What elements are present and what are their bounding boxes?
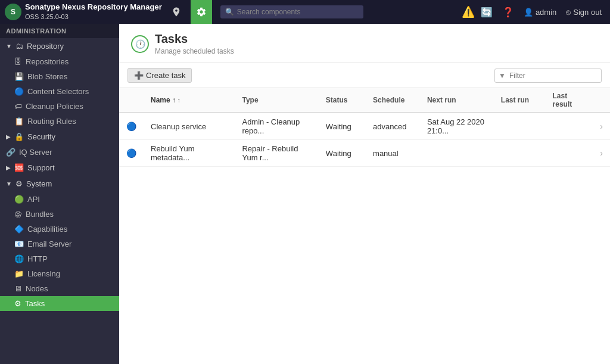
- sidebar-item-nodes[interactable]: 🖥 Nodes: [0, 281, 119, 296]
- sidebar-item-capabilities-label: Capabilities: [27, 225, 67, 234]
- sidebar-group-support[interactable]: ▶ 🆘 Support: [0, 160, 119, 176]
- nav-browse-icon[interactable]: [166, 0, 187, 24]
- create-task-label: Create task: [146, 71, 185, 80]
- help-icon[interactable]: ❓: [499, 4, 518, 20]
- capabilities-icon: 🔷: [14, 225, 24, 234]
- topbar: S Sonatype Nexus Repository Manager OSS …: [0, 0, 610, 24]
- tasks-table: Name ↑ Type Status Schedule Next run Las…: [119, 88, 610, 167]
- sidebar-item-bundles-label: Bundles: [26, 210, 54, 219]
- sidebar-group-repository[interactable]: ▼ 🗂 Repository: [0, 38, 119, 54]
- topbar-right: ⚠️ 🔄 ❓ 👤 admin ⎋ Sign out: [462, 4, 605, 20]
- user-menu[interactable]: 👤 admin: [520, 5, 560, 19]
- filter-input[interactable]: [494, 69, 602, 83]
- tasks-table-body: 🔵 Cleanup service Admin - Cleanup repo..…: [119, 113, 610, 167]
- chevron-down-icon2: ▼: [6, 181, 12, 187]
- sidebar-item-cleanup-policies[interactable]: 🏷 Cleanup Policies: [0, 99, 119, 114]
- support-icon: 🆘: [14, 163, 24, 172]
- row-schedule: manual: [366, 140, 420, 167]
- sidebar-item-email-server-label: Email Server: [27, 239, 71, 248]
- sidebar-group-system[interactable]: ▼ ⚙ System: [0, 176, 119, 192]
- sidebar-header: Administration: [0, 24, 119, 38]
- app-layout: Administration ▼ 🗂 Repository 🗄 Reposito…: [0, 24, 610, 364]
- row-next-run: Sat Aug 22 2020 21:0...: [420, 113, 494, 140]
- chevron-right-icon2: ▶: [6, 164, 11, 171]
- row-status: Waiting: [319, 113, 366, 140]
- sidebar-item-content-selectors[interactable]: 🔵 Content Selectors: [0, 84, 119, 99]
- brand-text: Sonatype Nexus Repository Manager OSS 3.…: [25, 2, 162, 21]
- bundles-icon: 🏵: [14, 210, 22, 219]
- col-status-header[interactable]: Status: [319, 88, 366, 113]
- row-last-result: [546, 140, 593, 167]
- signout-button[interactable]: ⎋ Sign out: [562, 5, 605, 19]
- app-version: OSS 3.25.0-03: [25, 13, 162, 21]
- col-schedule-header[interactable]: Schedule: [366, 88, 420, 113]
- refresh-icon[interactable]: 🔄: [477, 4, 496, 20]
- blob-stores-icon: 💾: [14, 72, 24, 81]
- tasks-header-text: Tasks Manage scheduled tasks: [155, 32, 234, 55]
- row-name: Rebuild Yum metadata...: [144, 140, 235, 167]
- nav-admin-icon[interactable]: [191, 0, 212, 24]
- username-label: admin: [536, 8, 556, 17]
- alert-icon[interactable]: ⚠️: [462, 5, 475, 18]
- col-arrow-header: [593, 88, 610, 113]
- col-name-header[interactable]: Name ↑: [144, 88, 235, 113]
- col-lastrun-header[interactable]: Last run: [494, 88, 546, 113]
- chevron-right-icon: ▶: [6, 133, 11, 140]
- tasks-table-head: Name ↑ Type Status Schedule Next run Las…: [119, 88, 610, 113]
- sidebar-item-licensing[interactable]: 📁 Licensing: [0, 266, 119, 281]
- row-schedule: advanced: [366, 113, 420, 140]
- sidebar-group-repository-label: Repository: [27, 42, 64, 51]
- sidebar-item-bundles[interactable]: 🏵 Bundles: [0, 207, 119, 222]
- sidebar-item-repositories[interactable]: 🗄 Repositories: [0, 54, 119, 69]
- sidebar-item-api[interactable]: 🟢 API: [0, 192, 119, 207]
- brand-logo: S: [5, 4, 21, 20]
- sidebar-group-security[interactable]: ▶ 🔒 Security: [0, 129, 119, 145]
- sidebar-item-iq-server-label: IQ Server: [19, 148, 52, 157]
- sidebar-item-iq-server[interactable]: 🔗 IQ Server: [0, 145, 119, 160]
- table-row[interactable]: 🔵 Rebuild Yum metadata... Repair - Rebui…: [119, 140, 610, 167]
- sidebar-item-routing-rules-label: Routing Rules: [27, 117, 76, 126]
- row-last-run: [494, 113, 546, 140]
- task-clock-icon: 🔵: [126, 122, 136, 131]
- sidebar-item-capabilities[interactable]: 🔷 Capabilities: [0, 222, 119, 237]
- content-selectors-icon: 🔵: [14, 87, 24, 96]
- row-status: Waiting: [319, 140, 366, 167]
- email-server-icon: 📧: [14, 239, 24, 248]
- main-content: 🕐 Tasks Manage scheduled tasks ➕ Create …: [119, 24, 610, 364]
- licensing-icon: 📁: [14, 269, 24, 278]
- search-input[interactable]: [220, 5, 363, 18]
- sidebar-item-content-selectors-label: Content Selectors: [27, 87, 89, 96]
- tasks-icon: ⚙: [14, 299, 21, 308]
- tasks-header-icon: 🕐: [131, 35, 149, 53]
- tasks-table-header-row: Name ↑ Type Status Schedule Next run Las…: [119, 88, 610, 113]
- col-lastresult-header[interactable]: Last result: [546, 88, 593, 113]
- row-last-result: [546, 113, 593, 140]
- sidebar-item-http-label: HTTP: [27, 254, 48, 263]
- sidebar: Administration ▼ 🗂 Repository 🗄 Reposito…: [0, 24, 119, 364]
- sidebar-item-blob-stores[interactable]: 💾 Blob Stores: [0, 69, 119, 84]
- col-icon-header: [119, 88, 144, 113]
- create-task-button[interactable]: ➕ Create task: [127, 68, 192, 83]
- brand: S Sonatype Nexus Repository Manager OSS …: [5, 2, 162, 21]
- sidebar-item-cleanup-policies-label: Cleanup Policies: [26, 102, 83, 111]
- sidebar-item-repositories-label: Repositories: [26, 57, 69, 66]
- chevron-down-icon: ▼: [6, 43, 12, 49]
- row-last-run: [494, 140, 546, 167]
- sidebar-item-email-server[interactable]: 📧 Email Server: [0, 237, 119, 251]
- sidebar-item-routing-rules[interactable]: 📋 Routing Rules: [0, 114, 119, 129]
- row-chevron-right: ›: [593, 113, 610, 140]
- search-area: 🔍: [220, 5, 363, 18]
- sidebar-item-tasks[interactable]: ⚙ Tasks: [0, 296, 119, 311]
- table-row[interactable]: 🔵 Cleanup service Admin - Cleanup repo..…: [119, 113, 610, 140]
- sidebar-item-http[interactable]: 🌐 HTTP: [0, 251, 119, 266]
- col-type-header[interactable]: Type: [235, 88, 318, 113]
- sidebar-item-blob-stores-label: Blob Stores: [27, 72, 67, 81]
- nodes-icon: 🖥: [14, 284, 22, 293]
- signout-label: Sign out: [573, 8, 602, 17]
- filter-wrap: ▼: [494, 69, 602, 83]
- col-nextrun-header[interactable]: Next run: [420, 88, 494, 113]
- security-icon: 🔒: [14, 132, 24, 141]
- app-title: Sonatype Nexus Repository Manager: [25, 2, 162, 13]
- repository-icon: 🗂: [15, 42, 23, 51]
- sidebar-item-tasks-label: Tasks: [25, 299, 45, 308]
